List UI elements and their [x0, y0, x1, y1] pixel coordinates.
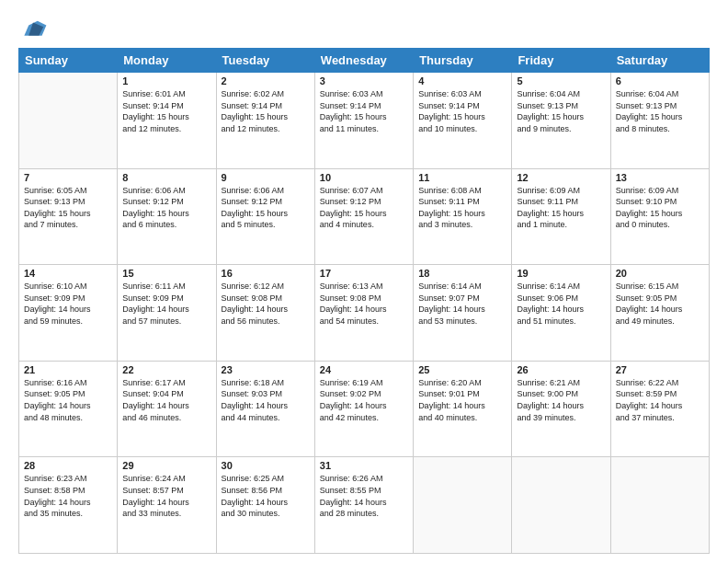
day-info: Sunrise: 6:13 AM Sunset: 9:08 PM Dayligh…: [320, 281, 408, 327]
day-info: Sunrise: 6:26 AM Sunset: 8:55 PM Dayligh…: [320, 473, 408, 519]
day-number: 23: [222, 364, 310, 375]
day-number: 11: [418, 172, 506, 183]
header: [18, 15, 710, 40]
day-info: Sunrise: 6:14 AM Sunset: 9:06 PM Dayligh…: [517, 281, 605, 327]
day-number: 29: [122, 460, 210, 471]
calendar-cell: 26Sunrise: 6:21 AM Sunset: 9:00 PM Dayli…: [512, 361, 610, 457]
calendar-cell: 10Sunrise: 6:07 AM Sunset: 9:12 PM Dayli…: [314, 168, 413, 265]
calendar-cell: 9Sunrise: 6:06 AM Sunset: 9:12 PM Daylig…: [216, 168, 314, 265]
calendar-cell: 6Sunrise: 6:04 AM Sunset: 9:13 PM Daylig…: [610, 73, 709, 169]
calendar-cell: [19, 73, 118, 169]
day-info: Sunrise: 6:14 AM Sunset: 9:07 PM Dayligh…: [418, 281, 506, 327]
day-number: 31: [320, 460, 408, 471]
day-number: 17: [320, 268, 408, 279]
day-number: 22: [122, 364, 210, 375]
day-info: Sunrise: 6:19 AM Sunset: 9:02 PM Dayligh…: [320, 377, 408, 423]
day-info: Sunrise: 6:09 AM Sunset: 9:11 PM Dayligh…: [517, 185, 605, 231]
calendar-cell: 30Sunrise: 6:25 AM Sunset: 8:56 PM Dayli…: [216, 457, 314, 554]
calendar-header-cell: Sunday: [19, 49, 118, 73]
day-info: Sunrise: 6:15 AM Sunset: 9:05 PM Dayligh…: [616, 281, 704, 327]
calendar-header-row: SundayMondayTuesdayWednesdayThursdayFrid…: [19, 49, 710, 73]
calendar-header-cell: Wednesday: [314, 49, 413, 73]
day-number: 3: [320, 75, 408, 86]
day-number: 1: [122, 75, 210, 86]
day-info: Sunrise: 6:03 AM Sunset: 9:14 PM Dayligh…: [418, 88, 506, 134]
day-info: Sunrise: 6:06 AM Sunset: 9:12 PM Dayligh…: [122, 185, 210, 231]
day-number: 19: [517, 268, 605, 279]
calendar-cell: [610, 457, 709, 554]
calendar-week-row: 7Sunrise: 6:05 AM Sunset: 9:13 PM Daylig…: [19, 168, 710, 265]
day-number: 13: [616, 172, 704, 183]
day-info: Sunrise: 6:20 AM Sunset: 9:01 PM Dayligh…: [418, 377, 506, 423]
calendar-cell: 8Sunrise: 6:06 AM Sunset: 9:12 PM Daylig…: [118, 168, 216, 265]
calendar-week-row: 28Sunrise: 6:23 AM Sunset: 8:58 PM Dayli…: [19, 457, 710, 554]
calendar-header-cell: Friday: [512, 49, 610, 73]
day-number: 4: [418, 75, 506, 86]
day-number: 15: [122, 268, 210, 279]
day-info: Sunrise: 6:24 AM Sunset: 8:57 PM Dayligh…: [122, 473, 210, 519]
calendar-cell: 25Sunrise: 6:20 AM Sunset: 9:01 PM Dayli…: [414, 361, 512, 457]
calendar-cell: 3Sunrise: 6:03 AM Sunset: 9:14 PM Daylig…: [314, 73, 413, 169]
calendar-cell: 22Sunrise: 6:17 AM Sunset: 9:04 PM Dayli…: [118, 361, 216, 457]
calendar-cell: 7Sunrise: 6:05 AM Sunset: 9:13 PM Daylig…: [19, 168, 118, 265]
day-info: Sunrise: 6:12 AM Sunset: 9:08 PM Dayligh…: [222, 281, 310, 327]
day-number: 10: [320, 172, 408, 183]
day-number: 25: [418, 364, 506, 375]
day-info: Sunrise: 6:04 AM Sunset: 9:13 PM Dayligh…: [616, 88, 704, 134]
calendar-cell: 4Sunrise: 6:03 AM Sunset: 9:14 PM Daylig…: [414, 73, 512, 169]
calendar-cell: 5Sunrise: 6:04 AM Sunset: 9:13 PM Daylig…: [512, 73, 610, 169]
day-number: 21: [24, 364, 112, 375]
day-number: 27: [616, 364, 704, 375]
day-info: Sunrise: 6:25 AM Sunset: 8:56 PM Dayligh…: [222, 473, 310, 519]
calendar-header-cell: Thursday: [414, 49, 512, 73]
calendar-week-row: 21Sunrise: 6:16 AM Sunset: 9:05 PM Dayli…: [19, 361, 710, 457]
day-number: 26: [517, 364, 605, 375]
day-number: 14: [24, 268, 112, 279]
day-number: 30: [222, 460, 310, 471]
day-number: 2: [222, 75, 310, 86]
day-info: Sunrise: 6:08 AM Sunset: 9:11 PM Dayligh…: [418, 185, 506, 231]
calendar-week-row: 14Sunrise: 6:10 AM Sunset: 9:09 PM Dayli…: [19, 265, 710, 362]
day-number: 8: [122, 172, 210, 183]
calendar-cell: 23Sunrise: 6:18 AM Sunset: 9:03 PM Dayli…: [216, 361, 314, 457]
day-info: Sunrise: 6:23 AM Sunset: 8:58 PM Dayligh…: [24, 473, 112, 519]
calendar-week-row: 1Sunrise: 6:01 AM Sunset: 9:14 PM Daylig…: [19, 73, 710, 169]
calendar-cell: 28Sunrise: 6:23 AM Sunset: 8:58 PM Dayli…: [19, 457, 118, 554]
day-number: 20: [616, 268, 704, 279]
calendar-cell: 11Sunrise: 6:08 AM Sunset: 9:11 PM Dayli…: [414, 168, 512, 265]
day-info: Sunrise: 6:18 AM Sunset: 9:03 PM Dayligh…: [222, 377, 310, 423]
day-number: 9: [222, 172, 310, 183]
calendar-table: SundayMondayTuesdayWednesdayThursdayFrid…: [18, 48, 710, 554]
calendar-cell: 20Sunrise: 6:15 AM Sunset: 9:05 PM Dayli…: [610, 265, 709, 362]
calendar-cell: 1Sunrise: 6:01 AM Sunset: 9:14 PM Daylig…: [118, 73, 216, 169]
day-info: Sunrise: 6:09 AM Sunset: 9:10 PM Dayligh…: [616, 185, 704, 231]
calendar-cell: 2Sunrise: 6:02 AM Sunset: 9:14 PM Daylig…: [216, 73, 314, 169]
day-number: 24: [320, 364, 408, 375]
calendar-cell: 14Sunrise: 6:10 AM Sunset: 9:09 PM Dayli…: [19, 265, 118, 362]
logo: [18, 15, 51, 40]
calendar-cell: 21Sunrise: 6:16 AM Sunset: 9:05 PM Dayli…: [19, 361, 118, 457]
day-info: Sunrise: 6:04 AM Sunset: 9:13 PM Dayligh…: [517, 88, 605, 134]
calendar-cell: 18Sunrise: 6:14 AM Sunset: 9:07 PM Dayli…: [414, 265, 512, 362]
calendar-cell: 16Sunrise: 6:12 AM Sunset: 9:08 PM Dayli…: [216, 265, 314, 362]
calendar-header-cell: Tuesday: [216, 49, 314, 73]
calendar-cell: 24Sunrise: 6:19 AM Sunset: 9:02 PM Dayli…: [314, 361, 413, 457]
day-info: Sunrise: 6:10 AM Sunset: 9:09 PM Dayligh…: [24, 281, 112, 327]
day-info: Sunrise: 6:17 AM Sunset: 9:04 PM Dayligh…: [122, 377, 210, 423]
day-info: Sunrise: 6:01 AM Sunset: 9:14 PM Dayligh…: [122, 88, 210, 134]
day-number: 12: [517, 172, 605, 183]
calendar-cell: [512, 457, 610, 554]
calendar-cell: 29Sunrise: 6:24 AM Sunset: 8:57 PM Dayli…: [118, 457, 216, 554]
day-info: Sunrise: 6:16 AM Sunset: 9:05 PM Dayligh…: [24, 377, 112, 423]
day-info: Sunrise: 6:22 AM Sunset: 8:59 PM Dayligh…: [616, 377, 704, 423]
day-number: 16: [222, 268, 310, 279]
day-info: Sunrise: 6:05 AM Sunset: 9:13 PM Dayligh…: [24, 185, 112, 231]
calendar-cell: 31Sunrise: 6:26 AM Sunset: 8:55 PM Dayli…: [314, 457, 413, 554]
day-info: Sunrise: 6:07 AM Sunset: 9:12 PM Dayligh…: [320, 185, 408, 231]
calendar-cell: 19Sunrise: 6:14 AM Sunset: 9:06 PM Dayli…: [512, 265, 610, 362]
day-number: 18: [418, 268, 506, 279]
day-info: Sunrise: 6:06 AM Sunset: 9:12 PM Dayligh…: [222, 185, 310, 231]
day-number: 6: [616, 75, 704, 86]
calendar-cell: 15Sunrise: 6:11 AM Sunset: 9:09 PM Dayli…: [118, 265, 216, 362]
calendar-cell: 12Sunrise: 6:09 AM Sunset: 9:11 PM Dayli…: [512, 168, 610, 265]
